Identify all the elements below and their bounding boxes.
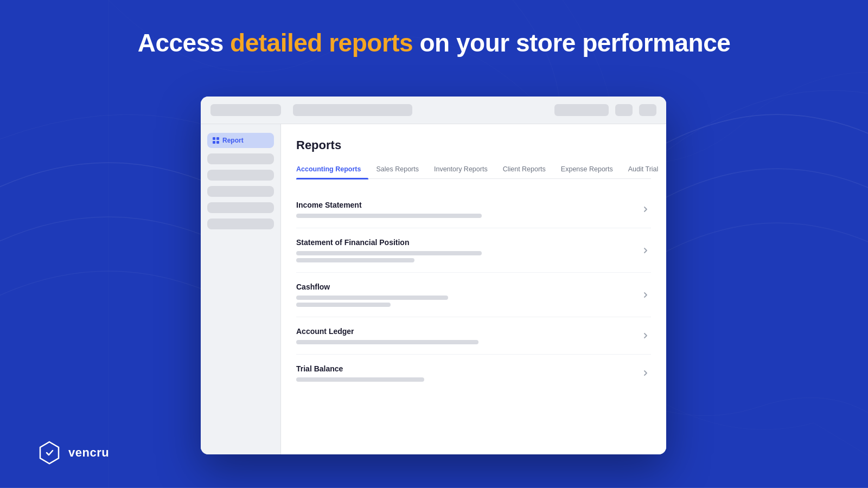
report-title-financial: Statement of Financial Position: [296, 238, 634, 247]
chevron-right-icon: [640, 368, 651, 378]
top-bar-logo-placeholder: [210, 104, 281, 116]
tab-expense-reports[interactable]: Expense Reports: [553, 162, 621, 178]
skeleton-line: [296, 377, 424, 382]
main-layout: Report Reports Accounting Reports Sales …: [201, 124, 666, 454]
report-item-account-ledger[interactable]: Account Ledger: [296, 317, 651, 355]
logo-hexagon: [37, 440, 62, 465]
page-title: Reports: [296, 138, 651, 152]
chevron-right-icon: [640, 330, 651, 341]
report-item-trial-content: Trial Balance: [296, 364, 634, 382]
logo-text: vencru: [68, 446, 109, 460]
skeleton-line: [296, 214, 482, 218]
title-highlight: detailed reports: [230, 29, 413, 57]
chevron-right-icon: [640, 204, 651, 215]
report-title-trial: Trial Balance: [296, 364, 634, 373]
tab-inventory-reports[interactable]: Inventory Reports: [426, 162, 495, 178]
tabs-container: Accounting Reports Sales Reports Invento…: [296, 162, 651, 179]
tab-accounting-reports[interactable]: Accounting Reports: [296, 162, 368, 178]
skeleton-line: [296, 303, 391, 307]
title-start: Access: [138, 29, 230, 57]
sidebar-placeholder-4: [207, 202, 274, 213]
report-item-financial-position[interactable]: Statement of Financial Position: [296, 228, 651, 273]
hero-title: Access detailed reports on your store pe…: [0, 28, 868, 57]
report-item-ledger-content: Account Ledger: [296, 327, 634, 344]
sidebar-item-report[interactable]: Report: [207, 133, 274, 148]
skeleton-line: [296, 296, 448, 300]
top-bar-action-btn[interactable]: [554, 104, 609, 116]
skeleton-line: [296, 258, 414, 262]
report-item-income-statement[interactable]: Income Statement: [296, 191, 651, 228]
report-lines-cashflow: [296, 296, 634, 307]
report-item-cashflow[interactable]: Cashflow: [296, 273, 651, 317]
tab-sales-reports[interactable]: Sales Reports: [368, 162, 426, 178]
chevron-right-icon: [640, 245, 651, 256]
report-item-financial-content: Statement of Financial Position: [296, 238, 634, 262]
sidebar-placeholder-5: [207, 219, 274, 229]
app-window: Report Reports Accounting Reports Sales …: [201, 97, 666, 454]
top-bar: [201, 97, 666, 124]
top-bar-icon-1[interactable]: [615, 104, 633, 116]
top-bar-icon-2[interactable]: [639, 104, 656, 116]
content-area: Reports Accounting Reports Sales Reports…: [281, 124, 666, 454]
sidebar: Report: [201, 124, 281, 454]
report-title-cashflow: Cashflow: [296, 282, 634, 291]
report-list: Income Statement Statement of Fina: [296, 191, 651, 391]
grid-icon: [213, 137, 219, 144]
report-lines-ledger: [296, 340, 634, 344]
report-item-trial-balance[interactable]: Trial Balance: [296, 355, 651, 391]
report-title-income: Income Statement: [296, 201, 634, 209]
sidebar-placeholder-3: [207, 186, 274, 197]
report-title-ledger: Account Ledger: [296, 327, 634, 336]
report-lines-trial: [296, 377, 634, 382]
sidebar-placeholder-1: [207, 153, 274, 164]
title-end: on your store performance: [413, 29, 730, 57]
report-lines-financial: [296, 251, 634, 262]
sidebar-placeholder-2: [207, 170, 274, 181]
report-item-income-content: Income Statement: [296, 201, 634, 218]
report-lines-income: [296, 214, 634, 218]
tab-audit-trial[interactable]: Audit Trial: [621, 162, 666, 178]
tab-client-reports[interactable]: Client Reports: [495, 162, 553, 178]
report-item-cashflow-content: Cashflow: [296, 282, 634, 307]
sidebar-item-label: Report: [222, 137, 244, 144]
skeleton-line: [296, 340, 478, 344]
top-bar-search-placeholder: [293, 104, 412, 116]
logo-area: vencru: [37, 440, 109, 465]
top-bar-center: [293, 104, 417, 116]
chevron-right-icon: [640, 290, 651, 300]
skeleton-line: [296, 251, 482, 255]
